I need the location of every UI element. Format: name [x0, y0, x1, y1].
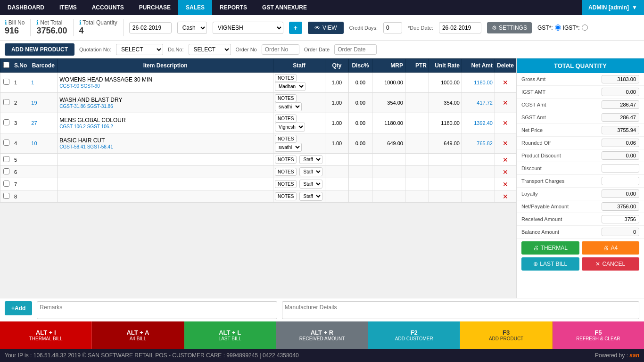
row-net-amt: 1392.40	[462, 113, 495, 133]
admin-badge[interactable]: ADMIN [admin] ▼	[582, 0, 644, 15]
payment-type-select[interactable]: Cash	[177, 22, 207, 34]
alt-a-button[interactable]: ALT + A A4 BILL	[92, 321, 184, 349]
delete-row-button[interactable]: ✕	[503, 168, 508, 176]
quotation-select[interactable]: SELECT	[116, 44, 163, 55]
row-barcode[interactable]	[29, 178, 58, 190]
delete-row-button[interactable]: ✕	[503, 140, 508, 147]
alt-r-button[interactable]: ALT + R RECEIVED AMOUNT	[276, 321, 368, 349]
staff-select[interactable]: Vignesh	[275, 123, 305, 132]
table-scroll-area[interactable]: S.No Barcode Item Description Staff Qty …	[0, 58, 516, 298]
remarks-input[interactable]	[37, 301, 277, 319]
transport-value[interactable]	[602, 177, 639, 185]
gst-radio[interactable]	[555, 25, 561, 31]
row-checkbox[interactable]	[3, 156, 9, 162]
row-checkbox[interactable]	[3, 193, 9, 199]
add-customer-quick-btn[interactable]: +	[289, 22, 302, 34]
dc-select[interactable]: SELECT	[189, 44, 231, 55]
order-no-input[interactable]	[262, 44, 299, 55]
nav-item-reports[interactable]: REPORTS	[212, 0, 255, 15]
cgst-amt-label: CGST Amt	[521, 102, 546, 107]
due-date-input[interactable]	[439, 22, 481, 33]
manufacturer-details-input[interactable]	[282, 301, 639, 319]
notes-button[interactable]: NOTES	[275, 168, 297, 176]
f3-button[interactable]: F3 ADD PRODUCT	[460, 321, 552, 349]
nav-item-purchase[interactable]: PURCHASE	[132, 0, 178, 15]
last-bill-button[interactable]: ⊕ LAST BILL	[521, 257, 579, 271]
add-button[interactable]: +Add	[5, 301, 32, 315]
igst-radio[interactable]	[582, 25, 588, 31]
row-checkbox[interactable]	[3, 119, 9, 125]
row-checkbox[interactable]	[3, 79, 9, 85]
nav-item-items[interactable]: ITEMS	[52, 0, 84, 15]
row-sno: 5	[12, 154, 29, 166]
a4-button[interactable]: 🖨 A4	[582, 241, 640, 255]
nav-item-gst[interactable]: GST ANNEXURE	[255, 0, 314, 15]
discount-value[interactable]	[602, 164, 639, 173]
f5-button[interactable]: F5 REFRESH & CLEAR	[553, 321, 644, 349]
customer-select[interactable]: VIGNESH	[213, 22, 283, 34]
notes-button[interactable]: NOTES	[275, 135, 297, 143]
credit-days-input[interactable]	[383, 22, 402, 33]
row-delete[interactable]: ✕	[495, 133, 516, 154]
view-button[interactable]: 👁 VIEW	[308, 22, 344, 34]
notes-button[interactable]: NOTES	[275, 115, 297, 123]
select-all-checkbox[interactable]	[3, 62, 9, 68]
row-delete[interactable]: ✕	[495, 190, 516, 203]
delete-row-button[interactable]: ✕	[503, 193, 508, 200]
notes-button[interactable]: NOTES	[275, 74, 297, 82]
thermal-button[interactable]: 🖨 THERMAL	[521, 241, 579, 255]
row-checkbox[interactable]	[3, 99, 9, 105]
row-barcode[interactable]	[29, 190, 58, 203]
row-checkbox[interactable]	[3, 140, 9, 146]
alt-i-button[interactable]: ALT + I THERMAL BILL	[0, 321, 92, 349]
row-checkbox[interactable]	[3, 181, 9, 187]
row-disc	[348, 190, 372, 203]
row-delete[interactable]: ✕	[495, 93, 516, 113]
staff-select[interactable]: swathi	[275, 143, 302, 152]
row-qty: 1.00	[325, 133, 348, 154]
col-barcode: Barcode	[29, 59, 58, 73]
notes-button[interactable]: NOTES	[275, 94, 297, 102]
notes-button[interactable]: NOTES	[275, 156, 297, 164]
f2-button[interactable]: F2 ADD CUSTOMER	[368, 321, 460, 349]
delete-row-button[interactable]: ✕	[503, 79, 508, 86]
date-input[interactable]	[129, 22, 172, 33]
staff-select[interactable]: swathi	[275, 102, 302, 111]
alt-l-button[interactable]: ALT + L LAST BILL	[184, 321, 276, 349]
row-checkbox[interactable]	[3, 168, 9, 174]
row-barcode[interactable]: 27	[29, 113, 58, 133]
notes-button[interactable]: NOTES	[275, 192, 297, 200]
row-barcode[interactable]	[29, 166, 58, 178]
staff-select[interactable]: Madhan	[275, 82, 305, 91]
add-new-product-button[interactable]: ADD NEW PRODUCT	[5, 43, 74, 56]
nav-item-accounts[interactable]: ACCOUNTS	[84, 0, 132, 15]
f2-desc: ADD CUSTOMER	[395, 336, 433, 341]
delete-row-button[interactable]: ✕	[503, 181, 508, 188]
row-barcode[interactable]	[29, 154, 58, 166]
delete-row-button[interactable]: ✕	[503, 119, 508, 127]
row-delete[interactable]: ✕	[495, 113, 516, 133]
delete-row-button[interactable]: ✕	[503, 156, 508, 164]
order-date-input[interactable]	[334, 44, 377, 55]
staff-select[interactable]: Staff	[299, 155, 322, 164]
staff-select[interactable]: Staff	[299, 192, 322, 201]
nav-item-dashboard[interactable]: DASHBOARD	[0, 0, 52, 15]
row-delete[interactable]: ✕	[495, 178, 516, 190]
nav-item-sales[interactable]: SALES	[178, 0, 212, 15]
settings-button[interactable]: ⚙ SETTINGS	[487, 22, 532, 33]
net-total-value: 3756.00	[36, 26, 67, 36]
row-barcode[interactable]: 1	[29, 73, 58, 93]
received-value[interactable]	[602, 215, 639, 223]
cancel-button-right[interactable]: ✕ CANCEL	[582, 257, 640, 271]
gst-group: GST*: IGST*:	[537, 25, 588, 31]
row-barcode[interactable]: 19	[29, 93, 58, 113]
staff-select[interactable]: Staff	[299, 180, 322, 189]
delete-row-button[interactable]: ✕	[503, 99, 508, 107]
row-barcode[interactable]: 10	[29, 133, 58, 154]
staff-select[interactable]: Staff	[299, 167, 322, 176]
summary-product-discount: Product Discount	[517, 149, 644, 162]
row-delete[interactable]: ✕	[495, 166, 516, 178]
notes-button[interactable]: NOTES	[275, 180, 297, 188]
row-delete[interactable]: ✕	[495, 73, 516, 93]
row-delete[interactable]: ✕	[495, 154, 516, 166]
